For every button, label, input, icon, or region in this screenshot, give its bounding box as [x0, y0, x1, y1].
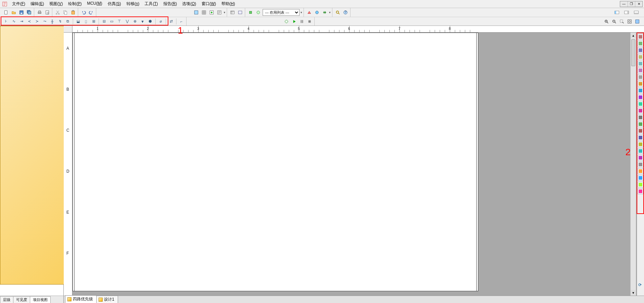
dropdown-caret-icon[interactable]: ▾: [329, 11, 331, 14]
branch-icon[interactable]: [638, 162, 643, 167]
run-icon[interactable]: [291, 18, 298, 25]
form-toggle-icon[interactable]: [216, 9, 223, 16]
text-icon[interactable]: [638, 88, 643, 93]
help-search-icon[interactable]: [334, 9, 341, 16]
combo-caret-icon[interactable]: ▾: [301, 11, 302, 14]
sim-config-icon[interactable]: [283, 18, 290, 25]
menu-w[interactable]: 窗口(W): [199, 0, 219, 7]
print-preview-icon[interactable]: [44, 9, 51, 16]
part-browse-icon[interactable]: [255, 9, 262, 16]
port-icon[interactable]: [638, 61, 643, 67]
m5-icon[interactable]: ≻: [34, 18, 40, 25]
m12-icon[interactable]: ⊞: [90, 18, 97, 25]
schematic-sheet[interactable]: [72, 33, 478, 291]
m9-icon[interactable]: ⧉: [64, 18, 71, 25]
scroll-down-icon[interactable]: ▼: [631, 290, 636, 296]
marker-icon[interactable]: [638, 188, 643, 194]
panel-toggle-1-icon[interactable]: [612, 9, 621, 16]
menu-o[interactable]: 选项(O): [179, 0, 199, 7]
m21-icon[interactable]: ⇄: [168, 18, 174, 25]
restore-button[interactable]: ❐: [628, 1, 635, 7]
probe-i-icon[interactable]: [638, 175, 643, 181]
new-icon[interactable]: [3, 9, 9, 16]
bus-icon[interactable]: [638, 47, 643, 53]
tree-node[interactable]: 设计1: [1, 59, 63, 66]
scroll-up-icon[interactable]: ▲: [631, 33, 636, 38]
probe-v-icon[interactable]: [638, 168, 643, 174]
m19-icon[interactable]: ⬢: [147, 18, 154, 25]
menu-m[interactable]: MCU(M): [84, 0, 105, 7]
pane-tab[interactable]: 层级: [0, 296, 13, 303]
m16-icon[interactable]: ⋁: [124, 18, 130, 25]
ground-icon[interactable]: [638, 74, 643, 80]
noconn-icon[interactable]: [638, 101, 643, 107]
scroll-thumb[interactable]: [631, 39, 635, 66]
sheet-tab[interactable]: 四路优先级: [65, 295, 97, 303]
dim-icon[interactable]: [638, 135, 643, 140]
m3-icon[interactable]: ⇥: [18, 18, 25, 25]
close-button[interactable]: ✕: [635, 1, 642, 7]
zoom-fit-icon[interactable]: [626, 18, 633, 25]
drc-icon[interactable]: [314, 9, 320, 16]
vertical-scrollbar[interactable]: ▲ ▼: [630, 33, 636, 296]
saveall-icon[interactable]: [26, 9, 33, 16]
pane-tab[interactable]: 可见度: [13, 296, 30, 303]
menu-e[interactable]: 编辑(E): [28, 0, 47, 7]
zoom-out-icon[interactable]: [611, 18, 618, 25]
m15-icon[interactable]: ⊤: [116, 18, 123, 25]
net-icon[interactable]: [638, 54, 643, 60]
m13-icon[interactable]: ⊟: [101, 18, 107, 25]
pause-icon[interactable]: [299, 18, 305, 25]
copy-icon[interactable]: [62, 9, 69, 16]
m11-icon[interactable]: ⌷: [83, 18, 89, 25]
rect-icon[interactable]: [638, 108, 643, 114]
in-use-list-combo[interactable]: --- 在用列表 ---: [263, 9, 300, 16]
m10-icon[interactable]: ⬓: [75, 18, 82, 25]
menu-h[interactable]: 帮助(H): [219, 0, 238, 7]
menu-p[interactable]: 绘制(P): [65, 0, 84, 7]
m20-icon[interactable]: ⌀: [157, 18, 164, 25]
sheet-view-icon[interactable]: [193, 9, 200, 16]
stop-icon[interactable]: [306, 18, 313, 25]
db-props-icon[interactable]: [237, 9, 244, 16]
print-icon[interactable]: [36, 9, 43, 16]
pane-tab[interactable]: 项目视图: [30, 296, 51, 303]
redo-icon[interactable]: [88, 9, 95, 16]
menu-t[interactable]: 工具(T): [142, 0, 160, 7]
cut-icon[interactable]: [54, 9, 61, 16]
node-icon[interactable]: [638, 155, 643, 161]
menu-s[interactable]: 仿真(S): [105, 0, 124, 7]
add-sheet-icon[interactable]: [208, 9, 215, 16]
minimize-button[interactable]: ―: [620, 1, 628, 7]
menu-f[interactable]: 文件(F): [9, 0, 28, 7]
tag-icon[interactable]: [638, 81, 643, 87]
m22-icon[interactable]: ⌐: [178, 18, 185, 25]
menu-r[interactable]: 报告(R): [161, 0, 180, 7]
m4-icon[interactable]: ≺: [26, 18, 33, 25]
power-icon[interactable]: [638, 68, 643, 73]
zoom-in-icon[interactable]: [603, 18, 610, 25]
refresh-canvas-icon[interactable]: ⟳: [637, 282, 643, 288]
circle-icon[interactable]: [638, 115, 643, 120]
junction-icon[interactable]: [638, 94, 643, 100]
grid-view-icon[interactable]: [201, 9, 207, 16]
polyline-icon[interactable]: [638, 128, 643, 134]
arc-icon[interactable]: [638, 121, 643, 127]
menu-n[interactable]: 转移(n): [124, 0, 142, 7]
netlist-icon[interactable]: [321, 9, 328, 16]
save-icon[interactable]: [18, 9, 25, 16]
m1-icon[interactable]: ⊦: [3, 18, 9, 25]
wire-icon[interactable]: [638, 41, 643, 46]
probe-p-icon[interactable]: [638, 182, 643, 187]
panel-toggle-3-icon[interactable]: [632, 9, 641, 16]
undo-icon[interactable]: [80, 9, 87, 16]
m14-icon[interactable]: ▭: [108, 18, 115, 25]
sheet-viewport[interactable]: ▲ ▼ ⟳: [72, 33, 644, 296]
meas2-icon[interactable]: [638, 148, 643, 154]
select-icon[interactable]: [638, 34, 643, 40]
panel-toggle-2-icon[interactable]: [622, 9, 631, 16]
dropdown-caret-icon[interactable]: ▾: [224, 11, 225, 14]
help-icon[interactable]: ?: [342, 9, 349, 16]
open-icon[interactable]: [10, 9, 17, 16]
db-table-icon[interactable]: [229, 9, 236, 16]
